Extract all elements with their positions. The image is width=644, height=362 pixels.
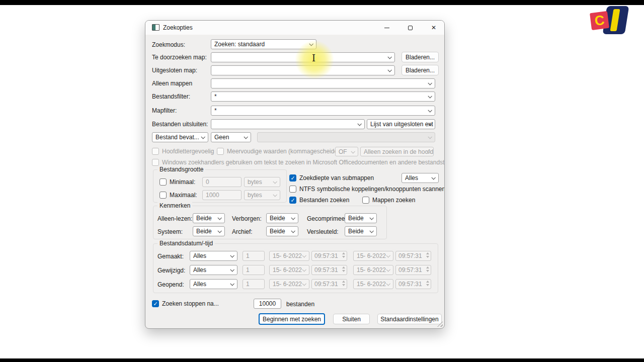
max-size-unit-combobox: bytes	[244, 190, 280, 200]
folders-only-combobox[interactable]	[211, 78, 435, 88]
accessed-mode-combobox[interactable]: Alles	[190, 279, 237, 289]
excluded-folder-label: Uitgesloten map:	[152, 67, 197, 74]
accessed-date1-value: 15- 6-2022	[273, 281, 302, 288]
multiple-values-checkbox[interactable]: Meervoudige waarden (kommagescheiden)	[217, 148, 343, 155]
search-files-label: Bestanden zoeken	[299, 197, 349, 204]
minimize-icon	[384, 28, 389, 28]
chevron-down-icon	[428, 94, 432, 98]
created-mode-combobox[interactable]: Alles	[190, 251, 237, 261]
min-size-unit-combobox: bytes	[244, 177, 280, 187]
checkbox-checked-icon: ✓	[289, 174, 296, 182]
map-filter-combobox[interactable]: *	[211, 106, 435, 116]
encrypted-combobox[interactable]: Beide	[345, 226, 377, 236]
min-size-input	[202, 177, 242, 187]
compressed-label: Gecomprimeer	[307, 215, 347, 222]
contains-mode-value: Geen	[214, 134, 229, 141]
excluded-folder-combobox[interactable]	[211, 65, 395, 75]
chevron-down-icon	[273, 193, 277, 197]
excluded-ext-list-combobox[interactable]: Lijst van uitgesloten ext	[367, 119, 435, 129]
close-icon: ✕	[431, 24, 436, 31]
exclude-files-combobox[interactable]	[211, 119, 365, 129]
checkbox-icon	[159, 178, 167, 186]
contains-mode-combobox[interactable]: Geen	[211, 132, 251, 142]
checkbox-checked-icon: ✓	[289, 197, 296, 204]
compressed-combobox[interactable]: Beide	[345, 213, 377, 223]
checkbox-icon	[362, 197, 369, 204]
file-filter-label: Bestandsfilter:	[152, 93, 190, 100]
max-size-input	[202, 190, 242, 200]
logo-red-square: C	[590, 11, 609, 30]
chevron-down-icon	[387, 68, 391, 72]
stop-count-input[interactable]	[254, 299, 281, 309]
search-folder-combobox[interactable]	[211, 52, 395, 62]
readonly-combobox[interactable]: Beide	[193, 213, 225, 223]
search-files-checkbox[interactable]: ✓Bestanden zoeken	[289, 197, 349, 204]
chevron-down-icon	[201, 135, 205, 139]
spinner-arrows-icon	[342, 281, 345, 286]
defaults-button[interactable]: Standaardinstellingen	[377, 314, 442, 324]
chevron-down-icon	[428, 135, 432, 139]
modified-time1-value: 09:57:31	[314, 266, 338, 274]
minimize-button[interactable]	[376, 21, 397, 35]
created-date1-value: 15- 6-2022	[273, 252, 302, 259]
system-value: Beide	[196, 228, 212, 235]
checkbox-icon	[152, 159, 159, 166]
system-label: Systeem:	[157, 228, 183, 235]
compressed-value: Beide	[348, 215, 364, 222]
start-search-button[interactable]: Beginnen met zoeken	[259, 313, 325, 325]
max-size-checkbox[interactable]: Maximaal:	[159, 192, 197, 199]
accessed-count-input	[243, 279, 265, 289]
spinner-arrows-icon	[342, 266, 345, 272]
zoekmodus-combobox[interactable]: Zoeken: standaard	[211, 39, 316, 49]
letterbox-bottom	[0, 358, 644, 362]
min-size-label: Minimaal:	[170, 178, 195, 186]
checkbox-icon	[289, 186, 296, 193]
case-sensitive-checkbox[interactable]: Hoofdlettergevoelig	[152, 148, 214, 155]
search-folders-checkbox[interactable]: Mappen zoeken	[362, 197, 415, 204]
file-filter-combobox[interactable]: *	[211, 92, 435, 102]
browse-excluded-folder-button[interactable]: Bladeren...	[401, 65, 439, 75]
archive-label: Archief:	[232, 228, 253, 235]
created-date2-value: 15- 6-2022	[357, 252, 386, 259]
chevron-down-icon	[369, 229, 373, 233]
browse-search-folder-button[interactable]: Bladeren...	[401, 52, 439, 62]
modified-date1-value: 15- 6-2022	[273, 266, 302, 274]
zoekmodus-value: Zoeken: standaard	[214, 41, 265, 48]
stop-search-label: Zoeken stoppen na...	[162, 300, 219, 307]
chevron-down-icon	[217, 229, 221, 233]
modified-time1-spinner: 09:57:31	[311, 265, 347, 275]
checkbox-icon	[159, 192, 167, 199]
subfolder-depth-checkbox[interactable]: ✓Zoekdiepte van submappen	[289, 174, 374, 182]
file-size-group-title: Bestandsgrootte	[157, 166, 205, 173]
zoekopties-dialog: Zoekopties ✕ Zoekmodus: Zoeken: standaar…	[145, 20, 445, 329]
modified-mode-value: Alles	[193, 266, 206, 274]
windows-handlers-checkbox[interactable]: Windows zoekhandlers gebruiken om tekst …	[152, 159, 445, 166]
close-dialog-button[interactable]: Sluiten	[333, 314, 370, 324]
close-button[interactable]: ✕	[423, 21, 444, 35]
depth-combobox[interactable]: Alles	[401, 173, 439, 183]
chevron-down-icon	[230, 267, 234, 272]
ntfs-checkbox[interactable]: NTFS symbolische koppelingen/knooppunten…	[289, 186, 445, 193]
accessed-time1-spinner: 09:57:31	[311, 279, 347, 289]
modified-time2-value: 09:57:31	[398, 266, 422, 274]
stop-search-checkbox[interactable]: ✓Zoeken stoppen na...	[152, 300, 219, 307]
modified-date1-combobox: 15- 6-2022	[269, 265, 309, 275]
modified-mode-combobox[interactable]: Alles	[190, 265, 237, 275]
spinner-arrows-icon	[342, 252, 345, 258]
maximize-button[interactable]	[399, 21, 421, 35]
brand-logo: C	[590, 5, 630, 36]
depth-value: Alles	[405, 174, 418, 182]
chevron-down-icon	[428, 108, 432, 112]
file-contains-combobox[interactable]: Bestand bevat...	[152, 132, 208, 142]
archive-combobox[interactable]: Beide	[266, 226, 298, 236]
created-mode-value: Alles	[193, 252, 206, 259]
exclude-files-label: Bestanden uitsluiten:	[152, 121, 208, 128]
titlebar[interactable]: Zoekopties ✕	[145, 21, 444, 35]
file-filter-value: *	[214, 93, 217, 100]
system-combobox[interactable]: Beide	[193, 226, 225, 236]
attributes-group-title: Kenmerken	[157, 202, 192, 209]
modified-date2-combobox: 15- 6-2022	[353, 265, 393, 275]
search-folders-label: Mappen zoeken	[372, 197, 415, 204]
min-size-checkbox[interactable]: Minimaal:	[159, 178, 195, 186]
hidden-combobox[interactable]: Beide	[266, 213, 298, 223]
